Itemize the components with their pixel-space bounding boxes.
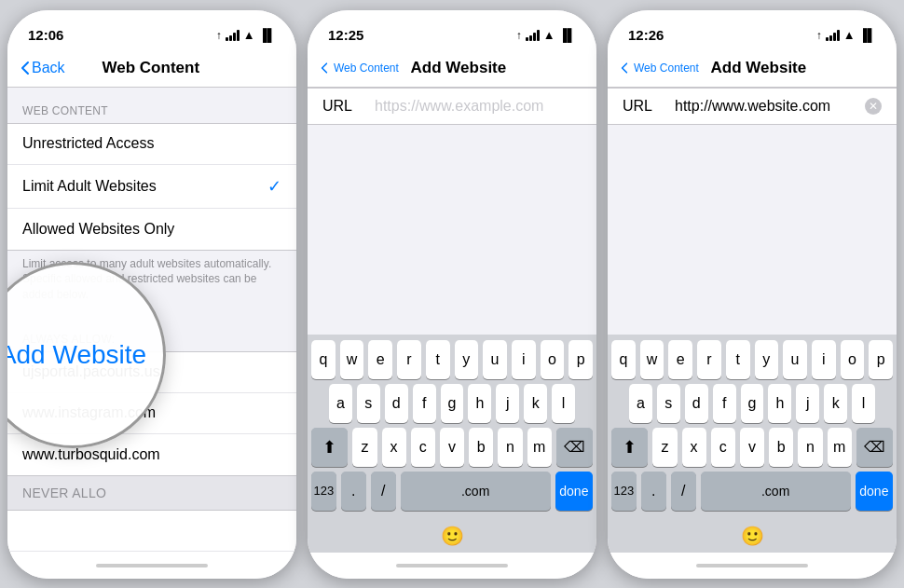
key-dotcom-2[interactable]: .com	[401, 472, 551, 511]
status-icons-2: ↑ ▲ ▐▌	[516, 28, 576, 42]
key-y-3[interactable]: y	[755, 340, 779, 379]
key-p-2[interactable]: p	[568, 340, 593, 379]
key-dotcom-3[interactable]: .com	[701, 472, 851, 511]
key-z-2[interactable]: z	[352, 428, 377, 467]
key-j-2[interactable]: j	[496, 384, 519, 423]
url-row-3: URL http://www.website.com ✕	[608, 88, 897, 125]
key-y-2[interactable]: y	[455, 340, 479, 379]
key-v-2[interactable]: v	[440, 428, 464, 467]
key-l-2[interactable]: l	[552, 384, 575, 423]
key-r-2[interactable]: r	[397, 340, 421, 379]
key-u-3[interactable]: u	[783, 340, 807, 379]
key-q-2[interactable]: q	[311, 340, 336, 379]
key-dot-3[interactable]: .	[641, 472, 666, 511]
key-x-3[interactable]: x	[682, 428, 706, 467]
key-k-2[interactable]: k	[524, 384, 547, 423]
key-s-3[interactable]: s	[657, 384, 680, 423]
key-t-2[interactable]: t	[426, 340, 450, 379]
key-g-3[interactable]: g	[741, 384, 764, 423]
key-n-2[interactable]: n	[498, 428, 522, 467]
key-k-3[interactable]: k	[824, 384, 847, 423]
key-e-2[interactable]: e	[368, 340, 392, 379]
delete-key-2[interactable]: ⌫	[556, 428, 593, 467]
key-dot-2[interactable]: .	[341, 472, 366, 511]
unrestricted-access-item[interactable]: Unrestricted Access	[7, 124, 296, 165]
battery-icon-3: ▐▌	[859, 28, 876, 42]
key-a-2[interactable]: a	[329, 384, 352, 423]
shift-key-3[interactable]: ⬆	[611, 428, 648, 467]
key-slash-2[interactable]: /	[371, 472, 396, 511]
key-z-3[interactable]: z	[652, 428, 677, 467]
key-123-3[interactable]: 123	[611, 472, 637, 511]
url-clear-button-3[interactable]: ✕	[865, 98, 882, 115]
key-d-2[interactable]: d	[385, 384, 408, 423]
key-p-3[interactable]: p	[869, 340, 893, 379]
key-row-z-2: ⬆ z x c v b n m ⌫	[311, 428, 593, 467]
key-123-2[interactable]: 123	[311, 472, 336, 511]
home-indicator-3	[696, 564, 808, 567]
key-m-2[interactable]: m	[527, 428, 552, 467]
arrow-icon-1: ↑	[216, 29, 222, 42]
keyboard-2: q w e r t y u i o p a s d f g h j k	[308, 335, 596, 519]
key-i-2[interactable]: i	[512, 340, 536, 379]
nav-bar-3: Web Content Add Website	[608, 51, 897, 88]
key-e-3[interactable]: e	[668, 340, 692, 379]
delete-key-3[interactable]: ⌫	[856, 428, 893, 467]
key-o-2[interactable]: o	[541, 340, 565, 379]
nav-title-2: Add Website	[399, 59, 518, 77]
key-w-2[interactable]: w	[340, 340, 364, 379]
key-h-3[interactable]: h	[768, 384, 791, 423]
bar3	[833, 33, 836, 41]
key-r-3[interactable]: r	[697, 340, 721, 379]
url-value-3: http://www.website.com	[675, 98, 846, 115]
key-n-3[interactable]: n	[798, 428, 822, 467]
key-f-2[interactable]: f	[413, 384, 436, 423]
key-b-3[interactable]: b	[769, 428, 793, 467]
status-icons-3: ↑ ▲ ▐▌	[816, 28, 876, 42]
back-button-2[interactable]: Web Content	[321, 62, 399, 75]
spacer-l-2	[311, 384, 324, 423]
shift-key-2[interactable]: ⬆	[311, 428, 348, 467]
key-v-3[interactable]: v	[740, 428, 764, 467]
key-done-2[interactable]: done	[555, 472, 593, 511]
key-c-3[interactable]: c	[711, 428, 735, 467]
bottom-bar-2	[308, 553, 596, 579]
bottom-bar-3	[608, 553, 897, 579]
key-b-2[interactable]: b	[469, 428, 493, 467]
url-input-2[interactable]	[375, 98, 582, 115]
key-h-2[interactable]: h	[468, 384, 491, 423]
key-t-3[interactable]: t	[726, 340, 750, 379]
key-q-3[interactable]: q	[611, 340, 636, 379]
never-allow-list	[7, 510, 296, 553]
limit-adult-item[interactable]: Limit Adult Websites ✓	[7, 165, 296, 209]
arrow-icon-3: ↑	[816, 29, 822, 42]
key-c-2[interactable]: c	[411, 428, 435, 467]
key-o-3[interactable]: o	[841, 340, 865, 379]
add-website-item[interactable]	[7, 511, 296, 552]
key-j-3[interactable]: j	[796, 384, 819, 423]
nav-title-1: Web Content	[65, 59, 237, 77]
home-indicator-2	[396, 564, 508, 567]
status-time-1: 12:06	[28, 27, 63, 43]
key-done-3[interactable]: done	[856, 472, 893, 511]
battery-icon-2: ▐▌	[559, 28, 576, 42]
key-u-2[interactable]: u	[483, 340, 507, 379]
key-slash-3[interactable]: /	[671, 472, 696, 511]
emoji-icon-2[interactable]: 🙂	[441, 525, 464, 547]
key-x-2[interactable]: x	[382, 428, 406, 467]
key-w-3[interactable]: w	[640, 340, 664, 379]
key-l-3[interactable]: l	[852, 384, 875, 423]
back-button-1[interactable]: Back	[21, 60, 65, 76]
key-f-3[interactable]: f	[713, 384, 736, 423]
key-i-3[interactable]: i	[812, 340, 836, 379]
key-s-2[interactable]: s	[357, 384, 380, 423]
key-g-2[interactable]: g	[441, 384, 464, 423]
key-m-3[interactable]: m	[828, 428, 852, 467]
key-a-3[interactable]: a	[629, 384, 652, 423]
key-row-a-2: a s d f g h j k l	[311, 384, 593, 423]
key-d-3[interactable]: d	[685, 384, 708, 423]
allowed-websites-item[interactable]: Allowed Websites Only	[7, 209, 296, 250]
emoji-icon-3[interactable]: 🙂	[741, 525, 764, 547]
back-button-3[interactable]: Web Content	[621, 62, 699, 75]
keyboard-3: q w e r t y u i o p a s d f g h j k	[608, 335, 897, 519]
